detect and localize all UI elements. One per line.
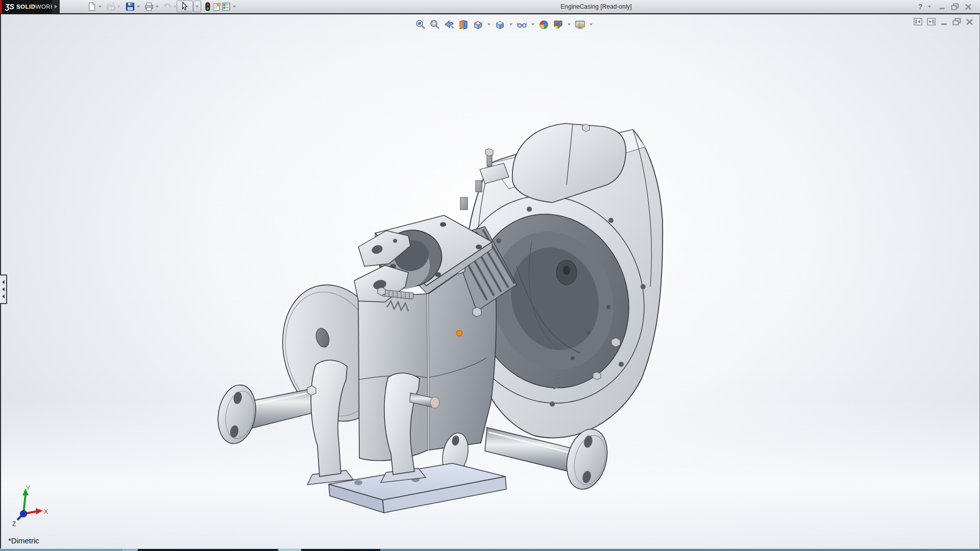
close-button[interactable]: [964, 3, 973, 11]
taskbar-edge-strip: [0, 548, 980, 551]
origin-marker[interactable]: [457, 331, 462, 336]
open-dropdown-arrow[interactable]: [117, 6, 120, 8]
taskbar-segment: [380, 549, 980, 551]
help-button[interactable]: ?: [917, 3, 924, 11]
new-document-button[interactable]: [87, 2, 96, 11]
options-dropdown-arrow[interactable]: [233, 6, 236, 8]
solidworks-logo: ƷS SOLIDWORKS: [0, 0, 52, 13]
help-dropdown-arrow[interactable]: [928, 6, 931, 8]
new-dropdown-arrow[interactable]: [99, 6, 102, 8]
restore-button[interactable]: [950, 3, 960, 11]
select-dropdown-arrow: [195, 6, 199, 8]
print-dropdown-arrow[interactable]: [156, 6, 159, 8]
title-bar: ƷS SOLIDWORKS: [0, 0, 980, 13]
flyout-arrow-icon: [55, 5, 57, 9]
undo-button[interactable]: [163, 2, 172, 11]
taskbar-segment: [278, 549, 301, 551]
minimize-icon: [939, 3, 946, 10]
restore-icon: [951, 3, 959, 10]
select-cursor-icon: [180, 2, 189, 11]
file-properties-button[interactable]: [212, 2, 222, 11]
model-engine-casing[interactable]: [1, 14, 980, 551]
options-button[interactable]: [222, 2, 231, 11]
triad-z-label: Z: [12, 520, 16, 528]
graphics-viewport[interactable]: Y X Z *Dimetric: [0, 13, 980, 548]
save-dropdown-arrow[interactable]: [137, 6, 140, 8]
help-icon: ?: [918, 3, 923, 11]
menu-flyout-arrow[interactable]: [52, 0, 60, 13]
dassault-3ds-glyph: ƷS: [5, 3, 14, 11]
close-icon: [965, 4, 972, 10]
open-button[interactable]: [107, 2, 116, 11]
taskbar-segment: [0, 549, 122, 551]
taskbar-segment: [138, 549, 278, 551]
triad-x-label: X: [44, 508, 48, 515]
minimize-button[interactable]: [938, 3, 946, 11]
save-button[interactable]: [126, 2, 135, 11]
view-orientation-label: *Dimetric: [8, 536, 39, 545]
rebuild-button[interactable]: [203, 2, 212, 11]
logo-red-stripe: [0, 0, 2, 13]
brand-name-bold: SOLID: [16, 4, 36, 10]
triad-y-label: Y: [26, 485, 30, 492]
print-button[interactable]: [144, 2, 154, 11]
window-title: EngineCasing [Read-only]: [560, 3, 631, 10]
taskbar-segment: [301, 549, 380, 551]
reference-triad: Y X Z: [5, 485, 49, 532]
taskbar-segment: [122, 549, 138, 551]
